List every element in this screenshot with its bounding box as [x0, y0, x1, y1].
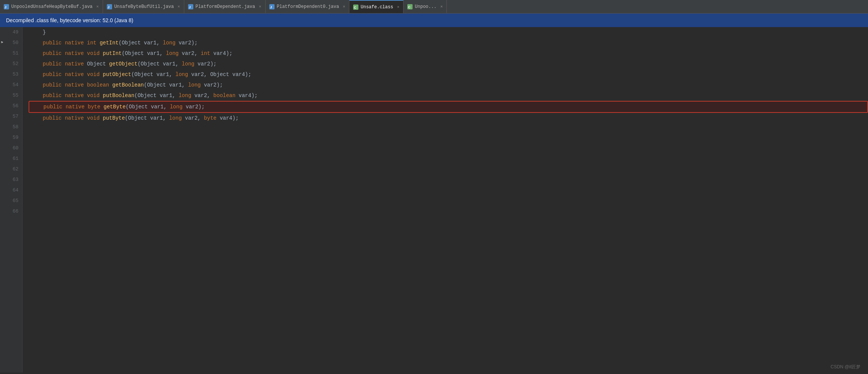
java-icon: J — [107, 4, 112, 9]
code-line-52: public native int getInt(Object var1, lo… — [30, 38, 868, 48]
code-token: (Object var1, — [144, 80, 188, 90]
code-token: native — [65, 113, 83, 123]
code-token: public — [43, 38, 62, 48]
code-token: void — [87, 69, 100, 80]
code-content: } public native int getInt(Object var1, … — [23, 27, 868, 372]
code-token — [30, 69, 43, 80]
code-token — [100, 69, 103, 80]
code-line-62: public native void putBoolean(Object var… — [30, 90, 868, 101]
tab-tab6[interactable]: CUnpoo...× — [404, 0, 447, 13]
code-token: long — [188, 80, 201, 90]
class-icon: C — [407, 4, 413, 9]
code-line-54: public native void putInt(Object var1, l… — [30, 48, 868, 59]
code-token: var2); — [182, 102, 205, 112]
code-token: putInt — [103, 48, 121, 59]
code-token: (Object var1, — [118, 38, 163, 48]
code-token: var2, — [191, 90, 214, 101]
line-number: 64 — [0, 185, 22, 196]
code-token: var4); — [210, 48, 232, 59]
line-number: 61 — [0, 154, 22, 164]
line-number: 60 — [0, 143, 22, 154]
code-line-66: public native void putByte(Object var1, … — [30, 113, 868, 123]
code-token: var2); — [194, 59, 217, 69]
code-token — [100, 48, 103, 59]
code-token — [62, 113, 65, 123]
tab-label: UnpooledUnsafeHeapByteBuf.java — [11, 4, 93, 9]
line-number: 49 — [0, 27, 22, 38]
code-token — [30, 113, 43, 123]
code-token — [62, 69, 65, 80]
code-token: long — [166, 48, 179, 59]
java-icon: J — [269, 4, 275, 9]
code-token: (Object var1, — [134, 90, 179, 101]
code-token — [30, 59, 43, 69]
code-token: var4); — [235, 90, 258, 101]
code-token: public — [43, 80, 62, 90]
code-token: long — [176, 69, 188, 80]
code-token: putObject — [103, 69, 131, 80]
tab-tab5[interactable]: CUnsafe.class× — [349, 0, 404, 13]
code-token — [109, 80, 112, 90]
code-token: native — [65, 102, 84, 112]
code-token: byte — [204, 113, 217, 123]
tab-label: PlatformDependent.java — [196, 4, 255, 9]
code-token — [30, 80, 43, 90]
tab-tab2[interactable]: JUnsafeByteBufUtil.java× — [103, 0, 184, 13]
bookmark-icon: ⚑ — [1, 38, 3, 48]
code-token — [100, 113, 103, 123]
tab-close-icon[interactable]: × — [397, 5, 399, 9]
line-number: 54 — [0, 80, 22, 90]
code-line-60: public native boolean getBoolean(Object … — [30, 80, 868, 90]
code-token: boolean — [213, 90, 235, 101]
svg-text:C: C — [408, 5, 411, 9]
code-token: public — [43, 90, 62, 101]
code-token: getBoolean — [112, 80, 144, 90]
tab-label: PlatformDependent0.java — [277, 4, 339, 9]
code-token: native — [65, 90, 83, 101]
code-token — [62, 48, 65, 59]
tab-tab3[interactable]: JPlatformDependent.java× — [184, 0, 266, 13]
code-token: var2); — [176, 38, 198, 48]
tab-close-icon[interactable]: × — [96, 5, 99, 9]
line-number: 66 — [0, 206, 22, 217]
code-token: public — [44, 102, 62, 112]
svg-text:J: J — [270, 5, 272, 9]
svg-text:J: J — [5, 5, 6, 9]
code-token: byte — [88, 102, 100, 112]
code-token: native — [65, 69, 83, 80]
code-token: public — [43, 113, 62, 123]
svg-text:J: J — [189, 5, 191, 9]
code-token: var2); — [201, 80, 223, 90]
tab-close-icon[interactable]: × — [259, 5, 261, 9]
tab-tab1[interactable]: JUnpooledUnsafeHeapByteBuf.java× — [0, 0, 103, 13]
tab-close-icon[interactable]: × — [178, 5, 180, 9]
java-icon: J — [188, 4, 193, 9]
code-token: native — [65, 59, 83, 69]
code-token: } — [30, 27, 46, 38]
code-token: void — [87, 90, 100, 101]
code-token — [30, 48, 43, 59]
code-token — [84, 48, 87, 59]
code-token — [100, 90, 103, 101]
tab-label: UnsafeByteBufUtil.java — [114, 4, 174, 9]
code-token — [30, 90, 43, 101]
info-banner: Decompiled .class file, bytecode version… — [0, 14, 868, 27]
tab-tab4[interactable]: JPlatformDependent0.java× — [266, 0, 349, 13]
svg-text:C: C — [354, 6, 357, 9]
code-token — [62, 90, 65, 101]
code-line-64: public native byte getByte(Object var1, … — [29, 101, 868, 113]
code-token — [62, 102, 65, 112]
tab-label: Unpoo... — [415, 4, 437, 9]
line-number: 59 — [0, 132, 22, 143]
tab-close-icon[interactable]: × — [343, 5, 345, 9]
line-number: 53 — [0, 69, 22, 80]
code-token: (Object var1, — [125, 113, 169, 123]
code-token — [84, 38, 87, 48]
code-token: long — [179, 90, 191, 101]
code-token: var2, — [182, 113, 204, 123]
tab-close-icon[interactable]: × — [440, 5, 443, 9]
code-token: putBoolean — [103, 90, 134, 101]
code-token: long — [163, 38, 176, 48]
code-token: public — [43, 48, 62, 59]
code-token: void — [87, 113, 100, 123]
